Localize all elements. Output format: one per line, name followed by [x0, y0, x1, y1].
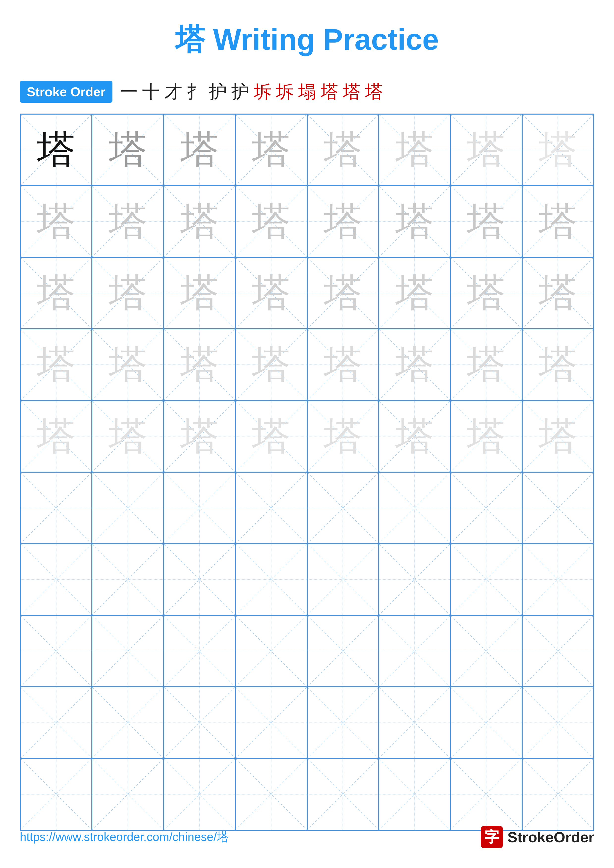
- grid-cell-8-4[interactable]: [307, 615, 379, 687]
- grid-cell-8-0[interactable]: [20, 615, 92, 687]
- grid-cell-8-5[interactable]: [379, 615, 450, 687]
- stroke-order-section: Stroke Order 一 十 才 扌 护 护 坼 坼 塌 塔 塔 塔: [0, 75, 614, 113]
- grid-cell-3-7: 塔: [522, 257, 594, 329]
- grid-cell-5-0: 塔: [20, 401, 92, 472]
- stroke-order-badge: Stroke Order: [20, 81, 112, 103]
- grid-cell-9-5[interactable]: [379, 687, 450, 758]
- char-3-2: 塔: [180, 274, 219, 312]
- grid-cell-7-6[interactable]: [450, 544, 522, 615]
- grid-cell-8-7[interactable]: [522, 615, 594, 687]
- grid-cell-10-7[interactable]: [522, 758, 594, 830]
- grid-cell-10-1[interactable]: [92, 758, 163, 830]
- char-3-7: 塔: [539, 274, 577, 312]
- grid-cell-2-7: 塔: [522, 186, 594, 257]
- grid-cell-1-6: 塔: [450, 114, 522, 186]
- grid-row-10: [20, 758, 594, 830]
- char-5-1: 塔: [109, 417, 147, 456]
- grid-cell-5-5: 塔: [379, 401, 450, 472]
- grid-cell-7-4[interactable]: [307, 544, 379, 615]
- grid-section: 塔 塔 塔 塔 塔 塔 塔: [0, 113, 614, 831]
- grid-cell-9-1[interactable]: [92, 687, 163, 758]
- grid-cell-6-7[interactable]: [522, 472, 594, 544]
- stroke-6: 护: [231, 80, 249, 104]
- char-3-5: 塔: [395, 274, 434, 312]
- stroke-3: 才: [165, 80, 182, 104]
- grid-cell-8-1[interactable]: [92, 615, 163, 687]
- char-5-0: 塔: [37, 417, 75, 456]
- char-2-7: 塔: [539, 202, 577, 241]
- grid-cell-10-6[interactable]: [450, 758, 522, 830]
- grid-cell-7-0[interactable]: [20, 544, 92, 615]
- char-2-2: 塔: [180, 202, 219, 241]
- grid-cell-3-0: 塔: [20, 257, 92, 329]
- grid-cell-1-1: 塔: [92, 114, 163, 186]
- char-4-6: 塔: [467, 346, 505, 384]
- char-2-3: 塔: [252, 202, 290, 241]
- grid-cell-10-5[interactable]: [379, 758, 450, 830]
- grid-cell-6-3[interactable]: [235, 472, 307, 544]
- stroke-5: 护: [209, 80, 227, 104]
- stroke-7: 坼: [253, 80, 272, 104]
- grid-cell-6-5[interactable]: [379, 472, 450, 544]
- grid-cell-9-6[interactable]: [450, 687, 522, 758]
- grid-cell-9-4[interactable]: [307, 687, 379, 758]
- grid-cell-7-1[interactable]: [92, 544, 163, 615]
- char-5-6: 塔: [467, 417, 505, 456]
- grid-cell-7-5[interactable]: [379, 544, 450, 615]
- grid-cell-6-4[interactable]: [307, 472, 379, 544]
- char-1-4: 塔: [324, 131, 362, 169]
- grid-cell-9-2[interactable]: [164, 687, 235, 758]
- grid-cell-8-6[interactable]: [450, 615, 522, 687]
- grid-cell-3-6: 塔: [450, 257, 522, 329]
- grid-cell-6-1[interactable]: [92, 472, 163, 544]
- grid-cell-10-0[interactable]: [20, 758, 92, 830]
- grid-cell-6-6[interactable]: [450, 472, 522, 544]
- grid-cell-9-3[interactable]: [235, 687, 307, 758]
- grid-cell-2-3: 塔: [235, 186, 307, 257]
- footer-url[interactable]: https://www.strokeorder.com/chinese/塔: [20, 829, 229, 845]
- title-section: 塔 Writing Practice: [0, 0, 614, 75]
- grid-cell-5-3: 塔: [235, 401, 307, 472]
- grid-cell-7-3[interactable]: [235, 544, 307, 615]
- char-1-1: 塔: [109, 131, 147, 169]
- grid-cell-4-7: 塔: [522, 329, 594, 400]
- char-1-3: 塔: [252, 131, 290, 169]
- grid-cell-9-0[interactable]: [20, 687, 92, 758]
- grid-cell-10-3[interactable]: [235, 758, 307, 830]
- grid-cell-6-2[interactable]: [164, 472, 235, 544]
- char-3-0: 塔: [37, 274, 75, 312]
- grid-row-3: 塔 塔 塔 塔 塔 塔 塔 塔: [20, 257, 594, 329]
- grid-cell-1-0: 塔: [20, 114, 92, 186]
- char-5-7: 塔: [539, 417, 577, 456]
- grid-row-8: [20, 615, 594, 687]
- char-3-1: 塔: [109, 274, 147, 312]
- grid-cell-3-1: 塔: [92, 257, 163, 329]
- grid-cell-7-7[interactable]: [522, 544, 594, 615]
- grid-cell-4-2: 塔: [164, 329, 235, 400]
- grid-cell-4-0: 塔: [20, 329, 92, 400]
- char-5-4: 塔: [324, 417, 362, 456]
- stroke-2: 十: [142, 80, 160, 104]
- grid-row-9: [20, 687, 594, 758]
- char-2-6: 塔: [467, 202, 505, 241]
- grid-cell-5-2: 塔: [164, 401, 235, 472]
- grid-cell-6-0[interactable]: [20, 472, 92, 544]
- char-4-1: 塔: [109, 346, 147, 384]
- grid-cell-7-2[interactable]: [164, 544, 235, 615]
- grid-cell-9-7[interactable]: [522, 687, 594, 758]
- char-1-7: 塔: [539, 131, 577, 169]
- char-4-3: 塔: [252, 346, 290, 384]
- grid-cell-3-2: 塔: [164, 257, 235, 329]
- footer-logo: 字 StrokeOrder: [481, 826, 594, 848]
- grid-cell-8-3[interactable]: [235, 615, 307, 687]
- grid-cell-10-2[interactable]: [164, 758, 235, 830]
- stroke-10: 塔: [320, 80, 338, 104]
- grid-cell-2-6: 塔: [450, 186, 522, 257]
- char-3-3: 塔: [252, 274, 290, 312]
- char-2-5: 塔: [395, 202, 434, 241]
- footer-logo-icon: 字: [481, 826, 503, 848]
- char-4-7: 塔: [539, 346, 577, 384]
- grid-cell-8-2[interactable]: [164, 615, 235, 687]
- char-5-5: 塔: [395, 417, 434, 456]
- grid-cell-10-4[interactable]: [307, 758, 379, 830]
